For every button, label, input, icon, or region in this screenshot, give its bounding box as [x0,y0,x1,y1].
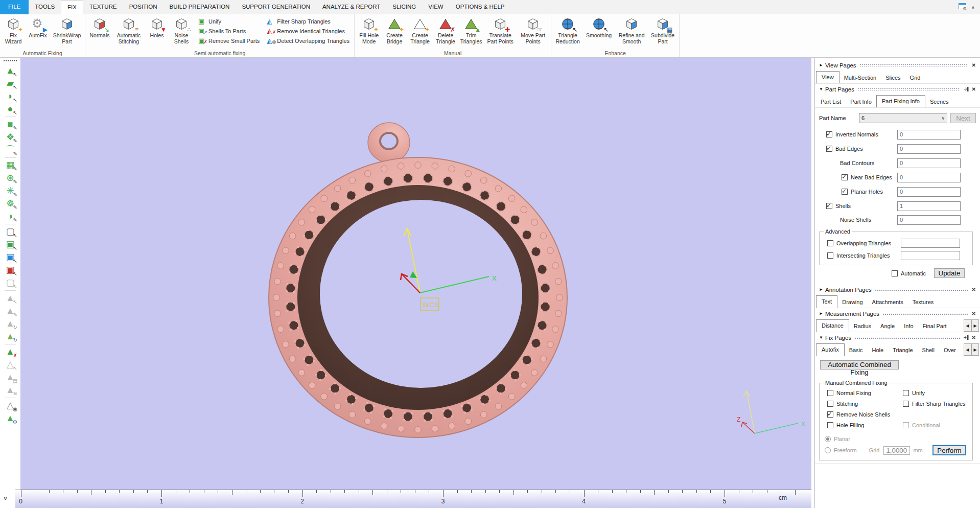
close-icon[interactable]: ✕ [971,287,977,292]
tab-slices[interactable]: Slices [881,73,905,83]
refine-and-smooth-button[interactable]: Refine and Smooth [615,15,648,48]
tab-drawing[interactable]: Drawing [837,297,867,308]
tab-hole[interactable]: Hole [868,345,889,356]
filter-sharp-triangles-button[interactable]: ◭Filter Sharp Triangles [267,17,349,26]
viewport-3d[interactable]: X WCS X Z [20,58,811,490]
tab-part-info[interactable]: Part Info [846,97,876,107]
automatic-checkbox[interactable] [892,270,898,276]
mark-freeform-tool[interactable]: ❖✎ [4,131,17,144]
freeform-radio[interactable] [825,447,831,453]
subdivide-part-button[interactable]: ▦ Subdivide Part [648,15,678,48]
select-shell-tool[interactable]: ●↖ [4,103,17,116]
intersecting-triangles-value[interactable] [901,251,960,260]
planar-holes-checkbox[interactable] [842,189,848,195]
close-icon[interactable]: ✕ [971,311,977,316]
remove-identical-triangles-button[interactable]: ◭✗Remove Identical Triangles [267,27,349,35]
triangle-stitch-disabled[interactable]: ▲≋ [4,384,17,397]
measurement-pages-header[interactable]: ► Measurement Pages ✕ [815,309,980,318]
mark-curve-tool[interactable]: ⌒✎ [4,144,17,156]
mark-star-tool[interactable]: ✳✎ [4,184,17,197]
expand-arrow-icon[interactable]: ► [819,311,825,316]
menu-texture[interactable]: TEXTURE [83,0,123,14]
fill-hole-mode-button[interactable]: ✦ Fill Hole Mode [356,15,382,48]
tab-scroll-right-icon[interactable]: ▶ [971,343,979,356]
tab-text[interactable]: Text [816,295,837,308]
overlapping-triangles-value[interactable] [901,239,960,248]
select-cube-marked-tool[interactable]: ▣↖ [4,264,17,276]
part-name-dropdown[interactable]: 6∨ [859,113,947,123]
intersecting-triangles-checkbox[interactable] [827,252,833,259]
tab-scroll-left-icon[interactable]: ◀ [964,343,971,356]
tab-final-part[interactable]: Final Part [918,321,951,332]
normals-button[interactable]: ↘ Normals [87,15,112,48]
menu-fix[interactable]: FIX [61,0,83,14]
noise-shells-button[interactable]: ∴ Noise Shells [169,15,194,48]
triangle-dashed-disabled[interactable]: △↖ [4,358,17,371]
close-icon[interactable]: ✕ [971,335,977,340]
bad-edges-checkbox[interactable] [826,146,832,152]
triangle-update-tool[interactable]: ▲↻ [4,330,17,343]
tab-attachments[interactable]: Attachments [868,297,908,308]
menu-file[interactable]: FILE [0,0,29,14]
inverted-normals-value[interactable]: 0 [897,130,961,140]
pin-icon[interactable] [963,335,969,340]
bad-edges-value[interactable]: 0 [897,144,961,154]
move-part-points-button[interactable]: ☞ Move Part Points [517,15,549,48]
tab-textures[interactable]: Textures [908,297,939,308]
close-icon[interactable]: ✕ [971,86,977,92]
tab-shell[interactable]: Shell [918,345,939,356]
near-bad-edges-value[interactable]: 0 [897,173,961,182]
noise-shells-value[interactable]: 0 [897,215,961,225]
shells-checkbox[interactable] [826,203,832,209]
select-cube-face-tool[interactable]: ▣↖ [4,238,17,251]
select-surface-tool[interactable]: ◗↖ [4,90,17,103]
tab-distance[interactable]: Distance [816,319,849,332]
translate-part-points-button[interactable]: ✚ Translate Part Points [484,15,517,48]
close-icon[interactable]: ✕ [971,62,977,68]
create-bridge-button[interactable]: ✦ Create Bridge [382,15,407,48]
expand-arrow-icon[interactable]: ► [819,287,825,292]
select-cube-parts-tool[interactable]: ▣↖ [4,251,17,264]
tab-autofix[interactable]: Autofix [816,343,845,356]
mark-window-tool[interactable]: ■✎ [4,118,17,131]
automatic-stitching-button[interactable]: ≡ Automatic Stitching [112,15,145,48]
tab-angle[interactable]: Angle [876,321,899,332]
shells-to-parts-button[interactable]: ▣➚Shells To Parts [198,27,260,35]
triangle-copy-disabled[interactable]: ▲▤ [4,371,17,384]
perform-button[interactable]: Perform [932,445,966,455]
ribbon-settings-icon[interactable]: ⚙ [959,3,967,11]
conditional-checkbox[interactable] [903,422,909,428]
menu-analyze-report[interactable]: ANALYZE & REPORT [316,0,386,14]
collapse-ribbon-icon[interactable]: ∧ [971,5,975,10]
shells-value[interactable]: 1 [897,201,961,211]
fix-pages-header[interactable]: ▼ Fix Pages ✕ [815,333,980,342]
unify-button[interactable]: ▣Unify [198,17,260,26]
menu-build-preparation[interactable]: BUILD PREPARATION [164,0,236,14]
collapse-arrow-icon[interactable]: ▼ [819,335,825,340]
tab-grid[interactable]: Grid [905,73,925,83]
tab-basic[interactable]: Basic [845,345,868,356]
unify-checkbox[interactable] [903,390,909,396]
remove-small-parts-button[interactable]: ▣✗Remove Small Parts [198,36,260,45]
menu-support-generation[interactable]: SUPPORT GENERATION [236,0,316,14]
planar-radio[interactable] [825,436,831,442]
select-triangles-tool[interactable]: ▲↖ [4,64,17,77]
menu-slicing[interactable]: SLICING [386,0,422,14]
tab-overlap[interactable]: Over [939,345,956,356]
annotation-pages-header[interactable]: ► Annotation Pages ✕ [815,285,980,294]
smoothing-button[interactable]: ↖ Smoothing [582,15,615,48]
triangle-delete-tool[interactable]: ▲✗ [4,345,17,358]
hole-filling-checkbox[interactable] [827,422,833,428]
toolbar-grip[interactable] [4,60,17,61]
update-button[interactable]: Update [934,268,965,278]
detect-overlapping-triangles-button[interactable]: ◭◎Detect Overlapping Triangles [267,36,349,45]
tab-scroll-left-icon[interactable]: ◀ [964,319,971,332]
shrinkwrap-part-button[interactable]: ShrinkWrap Part [51,15,83,48]
triangle-visibility-tool[interactable]: △◉ [4,399,17,412]
holes-button[interactable]: ▼ Holes [145,15,169,48]
cube-tool-disabled[interactable]: ▢↖ [4,276,17,289]
pin-icon[interactable] [963,86,969,92]
triangle-edit-disabled[interactable]: ▲✎ [4,305,17,317]
delete-triangle-button[interactable]: ✗ Delete Triangle [433,15,458,48]
tab-triangle[interactable]: Triangle [888,345,917,356]
